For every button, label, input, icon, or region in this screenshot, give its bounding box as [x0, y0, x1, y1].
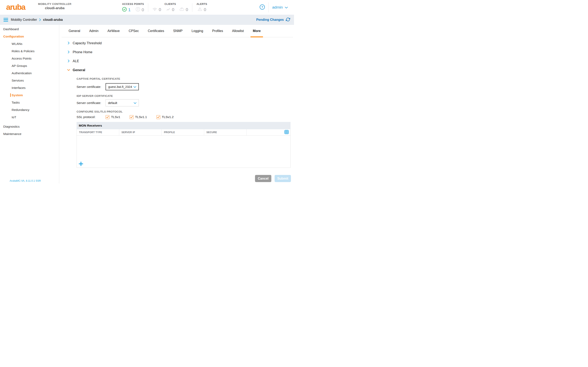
- server-certificate-label: Server certificate:: [77, 101, 105, 105]
- general-form: CAPTIVE PORTAL CERTIFICATE Server certif…: [59, 77, 294, 119]
- alerts-count-item[interactable]: 0: [198, 7, 206, 12]
- captive-portal-certificate-select[interactable]: guest.3wi.fi_2324: [105, 83, 139, 90]
- access-points-label: ACCESS POINTS: [122, 3, 144, 6]
- sidebar-item-iot[interactable]: IoT: [0, 114, 59, 121]
- sidebar-item-dashboard[interactable]: Dashboard: [0, 25, 59, 33]
- sidebar-item-redundancy[interactable]: Redundancy: [0, 106, 59, 114]
- selected-value: default: [108, 101, 117, 105]
- access-points-up-count: 1: [128, 7, 131, 12]
- user-menu[interactable]: admin: [272, 5, 288, 9]
- clients-wireless[interactable]: 0: [152, 7, 161, 12]
- sidebar-item-authentication[interactable]: Authentication: [0, 69, 59, 77]
- tab-snmp[interactable]: SNMP: [169, 25, 187, 37]
- ssl-protocol-heading: CONFIGURE SSL/TLS PROTOCOL: [77, 110, 294, 113]
- column-header-secure[interactable]: SECURE: [204, 129, 247, 135]
- section-phone-home[interactable]: Phone Home: [59, 48, 294, 57]
- column-header-profile[interactable]: PROFILE: [162, 129, 204, 135]
- check-circle-icon: [122, 7, 127, 12]
- access-points-down[interactable]: 0: [136, 7, 144, 12]
- plus-icon: [78, 161, 84, 167]
- checkbox-checked-icon: [156, 115, 160, 119]
- section-ale[interactable]: ALE: [59, 57, 294, 66]
- tlsv1-1-checkbox[interactable]: TLSv1.1: [130, 115, 147, 119]
- section-label: General: [73, 68, 85, 72]
- main-content: General Admin AirWave CPSec Certificates…: [59, 25, 294, 184]
- breadcrumb-root[interactable]: Mobility Controller: [11, 18, 37, 22]
- controller-name: cloudi-aruba: [36, 6, 73, 10]
- alerts-count: 0: [204, 7, 206, 12]
- checkbox-checked-icon: [105, 115, 109, 119]
- table-columns-icon[interactable]: [284, 130, 289, 135]
- wired-cable-icon: [166, 7, 171, 12]
- svg-text:?: ?: [261, 5, 263, 8]
- section-label: Phone Home: [73, 50, 92, 54]
- tlsv1-checkbox[interactable]: TLSv1: [105, 115, 120, 119]
- cancel-button[interactable]: Cancel: [255, 175, 271, 182]
- chevron-down-icon: [134, 85, 136, 89]
- column-settings-cell: [247, 129, 290, 135]
- tab-more[interactable]: More: [248, 25, 265, 37]
- submit-button[interactable]: Submit: [275, 175, 291, 182]
- clients-remote[interactable]: 0: [179, 7, 188, 12]
- tab-general[interactable]: General: [64, 25, 85, 37]
- tab-admin[interactable]: Admin: [85, 25, 103, 37]
- top-bar: aruba MOBILITY CONTROLLER cloudi-aruba A…: [0, 0, 294, 15]
- table-header-row: TRANSPORT TYPE SERVER IP PROFILE SECURE: [77, 129, 290, 136]
- sidebar-item-roles-policies[interactable]: Roles & Policies: [0, 48, 59, 55]
- wifi-icon: [152, 7, 157, 12]
- breadcrumb-current: cloudi-aruba: [43, 18, 63, 22]
- chevron-right-icon: [39, 18, 42, 21]
- controller-type-label: MOBILITY CONTROLLER: [36, 2, 73, 6]
- clients-stat: CLIENTS 0 0 0: [148, 3, 192, 12]
- help-button[interactable]: ?: [259, 4, 265, 11]
- section-capacity-threshold[interactable]: Capacity Threshold: [59, 39, 294, 48]
- ssl-protocol-options: TLSv1 TLSv1.1 TLSv1.2: [105, 115, 173, 119]
- idp-certificate-select[interactable]: default: [105, 99, 139, 106]
- menu-icon[interactable]: [3, 18, 8, 22]
- section-general[interactable]: General: [59, 66, 294, 75]
- checkbox-checked-icon: [130, 115, 134, 119]
- chevron-right-icon: [67, 59, 70, 62]
- captive-portal-heading: CAPTIVE PORTAL CERTIFICATE: [77, 77, 294, 80]
- ssl-protocol-label: SSL protocol:: [77, 115, 105, 119]
- add-receiver-button[interactable]: [78, 161, 84, 167]
- active-item-marker: System: [10, 93, 23, 97]
- access-points-up[interactable]: 1: [122, 7, 131, 12]
- sidebar-item-access-points[interactable]: Access Points: [0, 55, 59, 62]
- tlsv1-2-checkbox[interactable]: TLSv1.2: [156, 115, 174, 119]
- tab-certificates[interactable]: Certificates: [143, 25, 169, 37]
- breadcrumb: Mobility Controller cloudi-aruba: [11, 18, 63, 22]
- chevron-down-icon: [285, 5, 288, 9]
- top-bar-right: ? admin: [259, 0, 288, 15]
- sidebar-item-system[interactable]: System: [0, 92, 59, 99]
- alerts-label: ALERTS: [196, 3, 207, 6]
- clients-wired[interactable]: 0: [166, 7, 174, 12]
- sidebar-item-ap-groups[interactable]: AP Groups: [0, 62, 59, 69]
- mon-receivers-panel: MON Receivers TRANSPORT TYPE SERVER IP P…: [77, 122, 291, 168]
- sidebar-item-maintenance[interactable]: Maintenance: [0, 130, 59, 138]
- sidebar-item-diagnostics[interactable]: Diagnostics: [0, 123, 59, 130]
- sidebar-item-wlans[interactable]: WLANs: [0, 40, 59, 48]
- pending-changes-button[interactable]: Pending Changes: [256, 17, 290, 22]
- sidebar-item-tasks[interactable]: Tasks: [0, 99, 59, 106]
- clients-wireless-count: 0: [159, 7, 161, 12]
- tab-profiles[interactable]: Profiles: [208, 25, 227, 37]
- tab-allowlist[interactable]: Allowlist: [228, 25, 249, 37]
- tab-logging[interactable]: Logging: [187, 25, 208, 37]
- checkbox-label: TLSv1.1: [135, 115, 147, 119]
- column-header-transport-type[interactable]: TRANSPORT TYPE: [77, 129, 119, 135]
- chevron-right-icon: [67, 50, 70, 53]
- alert-circle-icon: [136, 7, 140, 12]
- form-actions: Cancel Submit: [255, 175, 291, 182]
- username: admin: [272, 5, 283, 9]
- tab-cpsec[interactable]: CPSec: [124, 25, 143, 37]
- sidebar-item-services[interactable]: Services: [0, 77, 59, 84]
- column-header-server-ip[interactable]: SERVER IP: [119, 129, 162, 135]
- sidebar-item-configuration[interactable]: Configuration: [0, 33, 59, 40]
- sidebar-item-interfaces[interactable]: Interfaces: [0, 84, 59, 92]
- pending-changes-label: Pending Changes: [256, 18, 284, 22]
- version-label[interactable]: ArubaMC-VA, 8.11.0.1 SSR: [9, 179, 41, 182]
- access-points-down-count: 0: [142, 7, 144, 12]
- tab-airwave[interactable]: AirWave: [103, 25, 124, 37]
- aruba-logo: aruba: [6, 3, 25, 12]
